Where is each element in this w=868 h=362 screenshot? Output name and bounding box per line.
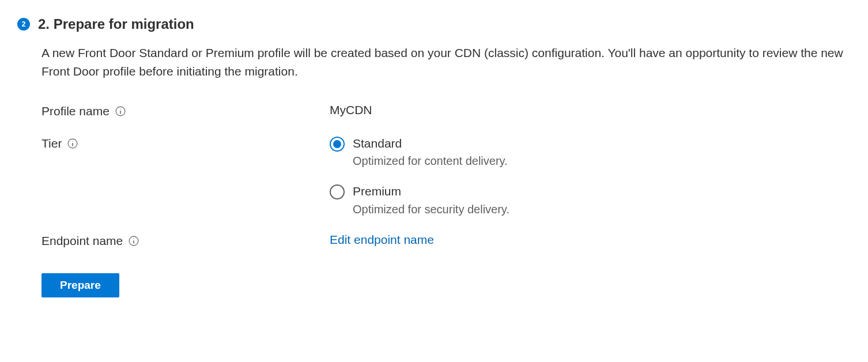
- radio-label: Premium: [353, 183, 510, 199]
- step-header: 2 2. Prepare for migration: [17, 16, 851, 32]
- migration-step-panel: 2 2. Prepare for migration A new Front D…: [0, 0, 868, 314]
- info-icon[interactable]: [129, 236, 139, 246]
- endpoint-name-row: Endpoint name Edit endpoint name: [41, 233, 851, 249]
- step-description: A new Front Door Standard or Premium pro…: [41, 44, 848, 80]
- profile-name-label: Profile name: [41, 103, 330, 119]
- radio-label: Standard: [353, 135, 508, 151]
- svg-point-2: [120, 108, 120, 109]
- edit-endpoint-name-link[interactable]: Edit endpoint name: [330, 233, 434, 247]
- endpoint-name-label-text: Endpoint name: [41, 233, 123, 249]
- profile-name-label-text: Profile name: [41, 103, 110, 119]
- profile-name-value: MyCDN: [330, 103, 372, 117]
- step-number-badge: 2: [17, 18, 30, 31]
- radio-indicator: [330, 137, 345, 152]
- radio-text: Premium Optimized for security delivery.: [353, 183, 510, 216]
- svg-point-5: [73, 141, 73, 141]
- tier-radio-group: Standard Optimized for content delivery.…: [330, 135, 510, 217]
- profile-name-row: Profile name MyCDN: [41, 103, 851, 119]
- radio-text: Standard Optimized for content delivery.: [353, 135, 508, 168]
- radio-description: Optimized for content delivery.: [353, 153, 508, 168]
- tier-label: Tier: [41, 135, 330, 152]
- step-title: 2. Prepare for migration: [38, 16, 194, 32]
- tier-option-standard[interactable]: Standard Optimized for content delivery.: [330, 135, 510, 168]
- tier-label-text: Tier: [41, 135, 62, 152]
- radio-indicator: [330, 184, 345, 199]
- tier-option-premium[interactable]: Premium Optimized for security delivery.: [330, 183, 510, 216]
- info-icon[interactable]: [67, 138, 78, 149]
- prepare-button[interactable]: Prepare: [41, 273, 119, 297]
- svg-point-8: [134, 238, 134, 239]
- info-icon[interactable]: [115, 106, 126, 116]
- endpoint-name-label: Endpoint name: [41, 233, 330, 249]
- tier-row: Tier Standard Optimized for content deli…: [41, 135, 851, 217]
- radio-description: Optimized for security delivery.: [353, 202, 510, 217]
